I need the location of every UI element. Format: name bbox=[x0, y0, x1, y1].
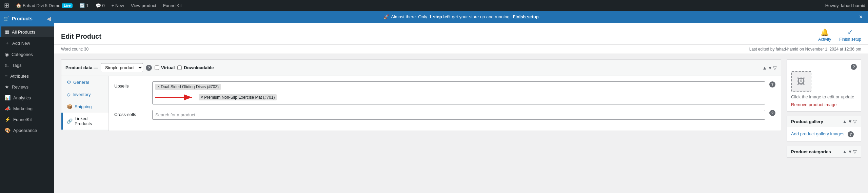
product-main: Product data — Simple product ? Virtual bbox=[61, 59, 781, 131]
updates-link[interactable]: 🔄 1 bbox=[78, 3, 90, 8]
comments-link[interactable]: 💬 0 bbox=[94, 3, 106, 8]
image-help-icon[interactable]: ? bbox=[851, 64, 857, 70]
crosssells-help-icon[interactable]: ? bbox=[769, 110, 775, 116]
howdy-text: Howdy, fahad-hamid bbox=[825, 3, 865, 8]
product-categories-panel: Product categories ▲ ▼ ▽ bbox=[787, 146, 861, 158]
categories-panel-header[interactable]: Product categories ▲ ▼ ▽ bbox=[787, 146, 861, 157]
categories-icon: ◉ bbox=[5, 52, 9, 57]
notice-text: Almost there. Only bbox=[391, 14, 427, 19]
tab-content: Upsells × Dual-Sided Gliding Discs (#703… bbox=[109, 76, 781, 131]
tab-general[interactable]: ⚙ General bbox=[61, 76, 108, 88]
notice-text2: get your store up and running. bbox=[452, 14, 511, 19]
sidebar-item-attributes[interactable]: ≡ Attributes bbox=[0, 71, 54, 81]
live-badge: Live bbox=[62, 3, 73, 8]
sidebar-item-add-new[interactable]: ＋ Add New bbox=[0, 37, 54, 49]
tab-inventory[interactable]: ◇ Inventory bbox=[61, 88, 108, 100]
add-new-icon: ＋ bbox=[5, 40, 9, 46]
crosssells-label: Cross-sells bbox=[114, 110, 148, 117]
product-type-select[interactable]: Simple product bbox=[101, 63, 143, 72]
categories-panel-arrows: ▲ ▼ ▽ bbox=[842, 149, 857, 154]
shipping-icon: 📦 bbox=[67, 104, 73, 109]
gallery-panel-header[interactable]: Product gallery ▲ ▼ ▽ bbox=[787, 116, 861, 127]
finish-setup-link[interactable]: Finish setup bbox=[513, 14, 539, 19]
sidebar-item-categories[interactable]: ◉ Categories bbox=[0, 49, 54, 60]
tab-shipping-label: Shipping bbox=[75, 104, 92, 109]
virtual-checkbox-group: Virtual bbox=[155, 65, 175, 70]
activity-button[interactable]: 🔔 Activity bbox=[818, 28, 831, 42]
upsell-tag-703: × Dual-Sided Gliding Discs (#703) bbox=[155, 84, 221, 90]
sidebar-item-all-products[interactable]: ▦ All Products bbox=[0, 26, 54, 37]
product-content: Product data — Simple product ? Virtual bbox=[54, 54, 868, 193]
home-icon: 🏠 bbox=[16, 3, 21, 8]
notice-close-button[interactable]: × bbox=[859, 14, 863, 20]
funnelkit-link[interactable]: FunnelKit bbox=[162, 3, 183, 8]
main-area: 🚀 Almost there. Only 1 step left get you… bbox=[54, 11, 868, 193]
product-data-box: Product data — Simple product ? Virtual bbox=[61, 59, 781, 131]
admin-bar: ⊞ 🏠 Fahad Divi 5 Demo Live 🔄 1 💬 0 + New… bbox=[0, 0, 868, 11]
activity-label: Activity bbox=[818, 37, 831, 42]
collapse-sidebar-icon[interactable]: ◀ bbox=[47, 16, 51, 22]
last-edited: Last edited by fahad-hamid on November 1… bbox=[749, 47, 861, 52]
sidebar-item-label: Appearance bbox=[13, 128, 37, 133]
notice-icon: 🚀 bbox=[383, 14, 389, 19]
product-data-label: Product data — bbox=[65, 65, 98, 70]
add-gallery-images-link[interactable]: Add product gallery images bbox=[791, 131, 845, 136]
collapse-down-icon[interactable]: ▼ bbox=[768, 65, 772, 71]
downloadable-checkbox[interactable] bbox=[177, 65, 182, 70]
finish-setup-icon: ✓ bbox=[847, 28, 853, 36]
categories-up-icon[interactable]: ▲ bbox=[842, 149, 847, 154]
edit-product-header: Edit Product 🔔 Activity ✓ Finish setup bbox=[54, 23, 868, 45]
site-name[interactable]: 🏠 Fahad Divi 5 Demo Live bbox=[15, 3, 74, 8]
tab-inventory-label: Inventory bbox=[73, 92, 91, 97]
gallery-down-icon[interactable]: ▼ bbox=[848, 119, 852, 124]
sidebar-item-label: Add New bbox=[12, 41, 30, 46]
collapse-toggle-icon[interactable]: ▽ bbox=[773, 65, 777, 71]
wp-logo[interactable]: ⊞ bbox=[3, 2, 11, 9]
collapse-up-icon[interactable]: ▲ bbox=[762, 65, 767, 71]
admin-bar-right: Howdy, fahad-hamid bbox=[825, 3, 865, 8]
gallery-up-icon[interactable]: ▲ bbox=[842, 119, 847, 124]
all-products-icon: ▦ bbox=[5, 29, 9, 35]
upsells-field: × Dual-Sided Gliding Discs (#703) bbox=[152, 81, 765, 104]
sidebar-item-marketing[interactable]: 📣 Marketing bbox=[0, 103, 54, 114]
sidebar-item-funnelkit[interactable]: ⚡ FunnelKit bbox=[0, 114, 54, 125]
sidebar-item-analytics[interactable]: 📊 Analytics bbox=[0, 92, 54, 103]
tab-shipping[interactable]: 📦 Shipping bbox=[61, 100, 108, 113]
upsells-help-icon[interactable]: ? bbox=[769, 81, 775, 88]
sidebar-item-label: Categories bbox=[12, 52, 33, 57]
downloadable-checkbox-group: Downloadable bbox=[177, 65, 214, 70]
products-icon: 🛒 bbox=[3, 16, 9, 21]
view-product-link[interactable]: View product bbox=[130, 3, 158, 8]
new-link[interactable]: + New bbox=[110, 3, 125, 8]
upsell-tag-label-701: × Premium Non-Slip Exercise Mat (#701) bbox=[201, 95, 275, 100]
wp-logo-icon: ⊞ bbox=[4, 2, 9, 9]
layout: 🛒 Products ◀ ▦ All Products ＋ Add New ◉ … bbox=[0, 11, 868, 193]
sidebar-item-reviews[interactable]: ★ Reviews bbox=[0, 81, 54, 92]
sidebar-item-appearance[interactable]: 🎨 Appearance bbox=[0, 125, 54, 136]
finish-setup-label: Finish setup bbox=[839, 37, 861, 42]
virtual-checkbox[interactable] bbox=[155, 65, 159, 70]
upsells-row: Upsells × Dual-Sided Gliding Discs (#703… bbox=[114, 81, 775, 104]
gallery-help-icon[interactable]: ? bbox=[848, 131, 854, 137]
categories-toggle-icon[interactable]: ▽ bbox=[853, 149, 857, 154]
sidebar-header[interactable]: 🛒 Products ◀ bbox=[0, 11, 54, 26]
gallery-panel-arrows: ▲ ▼ ▽ bbox=[842, 119, 857, 124]
sidebar-item-label: Tags bbox=[12, 63, 21, 68]
sidebar-item-tags[interactable]: 🏷 Tags bbox=[0, 60, 54, 71]
crosssells-input[interactable] bbox=[152, 110, 765, 120]
product-type-help-icon[interactable]: ? bbox=[146, 65, 152, 71]
finish-setup-button[interactable]: ✓ Finish setup bbox=[839, 28, 861, 42]
product-image-placeholder[interactable]: 🖼 bbox=[791, 71, 811, 92]
remove-product-image-link[interactable]: Remove product image bbox=[791, 102, 836, 107]
upsells-input[interactable]: × Dual-Sided Gliding Discs (#703) bbox=[152, 81, 765, 104]
sidebar-item-label: Attributes bbox=[10, 74, 29, 79]
tab-linked-products[interactable]: 🔗 Linked Products bbox=[61, 113, 108, 130]
categories-down-icon[interactable]: ▼ bbox=[848, 149, 852, 154]
gallery-toggle-icon[interactable]: ▽ bbox=[853, 119, 857, 124]
word-count: Word count: 30 bbox=[61, 47, 88, 52]
crosssells-field bbox=[152, 110, 765, 120]
arrow-svg bbox=[155, 93, 196, 102]
virtual-label: Virtual bbox=[161, 65, 175, 70]
sidebar-header-label: Products bbox=[12, 16, 33, 21]
reviews-icon: ★ bbox=[5, 84, 9, 90]
